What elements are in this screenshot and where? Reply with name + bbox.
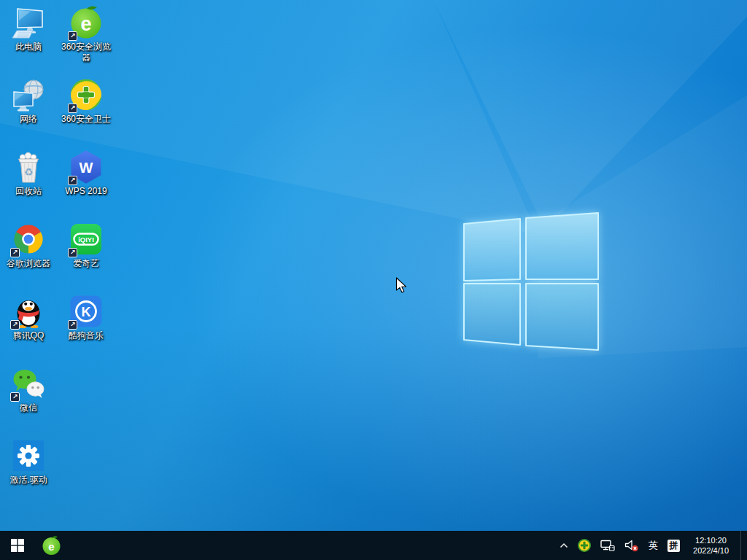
360-browser-taskbar-icon: e bbox=[42, 536, 61, 556]
gear-icon bbox=[12, 439, 45, 472]
desktop-background[interactable]: 此电脑 网络 ♻ bbox=[0, 0, 747, 560]
desktop-icon-iqiyi[interactable]: iQIYI ↗ 爱奇艺 bbox=[58, 222, 115, 269]
qq-icon: ↗ bbox=[12, 295, 45, 328]
system-tray: 英 拼 12:10:20 2022/4/10 bbox=[558, 531, 747, 560]
desktop-icon-activate-driver[interactable]: 激活.驱动 bbox=[0, 439, 57, 486]
desktop-icon-label: 酷狗音乐 bbox=[69, 330, 104, 341]
iqiyi-wordmark: iQIYI bbox=[78, 236, 94, 244]
chevron-up-icon bbox=[560, 542, 568, 549]
recycle-bin-icon: ♻ bbox=[12, 150, 45, 184]
network-icon bbox=[12, 78, 45, 112]
tray-360-guard-icon[interactable] bbox=[576, 531, 592, 560]
desktop-icon-chrome[interactable]: ↗ 谷歌浏览器 bbox=[0, 222, 57, 269]
tray-overflow-button[interactable] bbox=[558, 531, 570, 560]
tray-ime-button[interactable]: 拼 bbox=[666, 531, 681, 560]
desktop-icon-label: 腾讯QQ bbox=[13, 330, 44, 341]
tray-language-indicator[interactable]: 英 bbox=[647, 531, 659, 560]
desktop-icon-label: WPS 2019 bbox=[65, 186, 107, 197]
start-button[interactable] bbox=[0, 531, 35, 560]
wallpaper-windows-logo bbox=[462, 212, 600, 351]
desktop-icon-label: 微信 bbox=[20, 402, 37, 413]
this-pc-icon bbox=[12, 6, 45, 39]
desktop-icon-label: 爱奇艺 bbox=[73, 258, 99, 269]
desktop-icon-360-browser[interactable]: e ↗ 360安全浏览器 bbox=[58, 6, 115, 63]
desktop-icon-360-guard[interactable]: ↗ 360安全卫士 bbox=[58, 78, 115, 125]
shortcut-arrow-icon: ↗ bbox=[68, 31, 77, 41]
desktop-icon-this-pc[interactable]: 此电脑 bbox=[0, 6, 57, 52]
show-desktop-button[interactable] bbox=[740, 531, 744, 560]
desktop-icon-wechat[interactable]: ↗ 微信 bbox=[0, 367, 57, 413]
shortcut-arrow-icon: ↗ bbox=[68, 320, 77, 330]
wps-w-glyph: W bbox=[80, 160, 93, 176]
chrome-icon: ↗ bbox=[12, 222, 45, 256]
browser-e-glyph: e bbox=[80, 13, 91, 35]
shortcut-arrow-icon: ↗ bbox=[68, 248, 77, 257]
iqiyi-icon: iQIYI ↗ bbox=[69, 222, 103, 256]
desktop-icon-kugou[interactable]: K ↗ 酷狗音乐 bbox=[58, 295, 115, 341]
recycle-symbol: ♻ bbox=[24, 166, 34, 178]
svg-text:e: e bbox=[48, 540, 54, 552]
desktop-icon-label: 360安全卫士 bbox=[61, 114, 111, 125]
desktop-icon-label: 回收站 bbox=[15, 186, 42, 197]
360-guard-icon: ↗ bbox=[69, 78, 103, 112]
desktop-icon-label: 网络 bbox=[20, 114, 37, 125]
desktop-icon-recycle-bin[interactable]: ♻ 回收站 bbox=[0, 150, 57, 197]
desktop-icon-label: 此电脑 bbox=[15, 42, 42, 52]
desktop-icon-label: 激活.驱动 bbox=[9, 475, 47, 486]
desktop-icon-network[interactable]: 网络 bbox=[0, 78, 57, 125]
taskbar: e bbox=[0, 531, 747, 560]
shortcut-arrow-icon: ↗ bbox=[68, 104, 77, 113]
360-browser-icon: e ↗ bbox=[69, 6, 103, 39]
tray-volume-muted-icon[interactable] bbox=[623, 531, 640, 560]
clock-time: 12:10:20 bbox=[693, 535, 729, 545]
shortcut-arrow-icon: ↗ bbox=[10, 320, 20, 330]
shortcut-arrow-icon: ↗ bbox=[10, 248, 20, 257]
desktop-icon-label: 谷歌浏览器 bbox=[7, 258, 50, 269]
wechat-icon: ↗ bbox=[12, 367, 45, 400]
taskbar-clock[interactable]: 12:10:20 2022/4/10 bbox=[688, 535, 734, 556]
desktop-icon-wps[interactable]: W ↗ WPS 2019 bbox=[58, 150, 115, 197]
desktop-icon-qq[interactable]: ↗ 腾讯QQ bbox=[0, 295, 57, 341]
taskbar-360-browser-button[interactable]: e bbox=[35, 531, 67, 560]
tray-network-icon[interactable] bbox=[599, 531, 616, 560]
shortcut-arrow-icon: ↗ bbox=[10, 392, 20, 402]
wps-icon: W ↗ bbox=[69, 150, 103, 184]
kugou-k-glyph: K bbox=[82, 305, 91, 319]
shortcut-arrow-icon: ↗ bbox=[68, 176, 77, 185]
kugou-icon: K ↗ bbox=[69, 295, 103, 328]
clock-date: 2022/4/10 bbox=[693, 545, 729, 556]
windows-logo-icon bbox=[11, 539, 24, 552]
ime-pinyin-icon: 拼 bbox=[667, 540, 680, 552]
desktop-icon-label: 360安全浏览器 bbox=[58, 42, 114, 63]
mouse-cursor bbox=[395, 277, 410, 294]
